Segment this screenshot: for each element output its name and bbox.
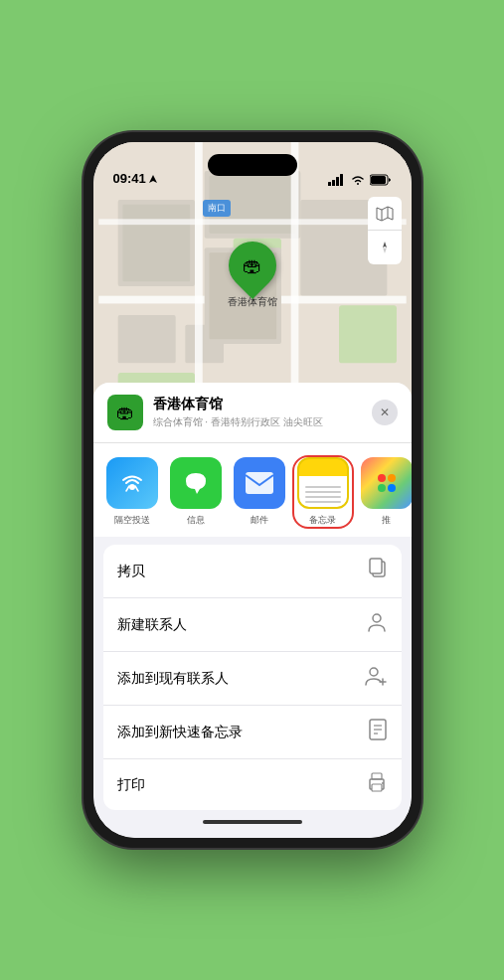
action-list: 拷贝 新建联系人 [103,545,402,810]
svg-rect-4 [340,174,343,186]
signal-icon [328,174,346,186]
dot-orange [388,474,396,482]
messages-icon [170,457,222,509]
venue-subtitle: 综合体育馆 · 香港特别行政区 油尖旺区 [153,415,362,429]
more-label: 推 [382,514,391,527]
share-more[interactable]: 推 [358,457,412,527]
phone-frame: 09:41 [84,132,421,848]
new-contact-icon [366,611,388,638]
more-dots [378,474,396,492]
svg-rect-39 [372,773,382,779]
notes-line-1 [305,486,341,488]
dot-row-1 [378,474,396,482]
location-button[interactable] [368,231,402,264]
action-new-contact[interactable]: 新建联系人 [103,598,402,652]
copy-icon [368,558,388,584]
phone-screen: 09:41 [93,142,412,838]
person-add-svg [364,665,388,687]
venue-card: 🏟 香港体育馆 综合体育馆 · 香港特别行政区 油尖旺区 ✕ [93,383,412,443]
venue-name: 香港体育馆 [153,396,362,413]
mail-icon [234,457,285,509]
print-label: 打印 [117,776,145,794]
svg-rect-40 [372,784,382,791]
venue-close-button[interactable]: ✕ [372,400,398,425]
mail-svg [244,470,275,496]
pin-emoji: 🏟 [243,254,262,277]
messages-label: 信息 [187,514,205,527]
share-messages[interactable]: 信息 [167,457,225,527]
notes-icon [297,457,349,509]
notes-label: 备忘录 [309,514,336,527]
dot-red [378,474,386,482]
share-airdrop[interactable]: 隔空投送 [103,457,161,527]
share-mail[interactable]: 邮件 [231,457,288,527]
action-add-notes[interactable]: 添加到新快速备忘录 [103,706,402,759]
notes-line-2 [305,491,341,493]
add-existing-label: 添加到现有联系人 [117,670,229,688]
wifi-icon [351,175,365,186]
map-label: 南口 [203,200,231,217]
copy-svg [368,558,388,579]
status-time: 09:41 [113,171,158,186]
printer-svg [366,772,388,792]
share-notes[interactable]: 备忘录 [294,457,352,527]
mail-label: 邮件 [251,514,268,527]
status-icons [328,174,392,186]
dot-green [378,484,386,492]
add-existing-icon [364,665,388,692]
print-icon [366,772,388,797]
svg-point-31 [370,668,378,676]
svg-point-41 [382,782,384,784]
note-svg [368,719,388,740]
venue-info: 香港体育馆 综合体育馆 · 香港特别行政区 油尖旺区 [153,396,362,429]
airdrop-icon [106,457,158,509]
svg-rect-13 [117,315,175,363]
svg-rect-29 [370,559,382,573]
svg-rect-3 [336,177,339,186]
map-label-text: 南口 [208,203,226,213]
svg-line-26 [135,486,138,491]
more-icon [361,457,412,509]
copy-label: 拷贝 [117,563,145,580]
home-bar [203,820,302,824]
airdrop-svg [118,469,146,497]
dot-blue [388,484,396,492]
location-arrow-icon [148,174,158,184]
svg-marker-0 [149,175,157,183]
map-controls [368,197,402,264]
svg-rect-9 [122,205,190,281]
add-notes-icon [368,719,388,745]
svg-point-24 [129,484,135,490]
action-copy[interactable]: 拷贝 [103,545,402,598]
new-contact-label: 新建联系人 [117,616,187,634]
dot-row-2 [378,484,396,492]
svg-rect-20 [339,305,397,363]
pin-circle: 🏟 [219,232,286,299]
svg-rect-18 [98,219,406,225]
location-pin: 🏟 香港体育馆 [228,242,277,309]
home-indicator [93,810,412,838]
svg-rect-6 [371,176,386,184]
map-view-button[interactable] [368,197,402,231]
svg-point-30 [373,614,381,622]
add-notes-label: 添加到新快速备忘录 [117,724,243,741]
share-row: 隔空投送 信息 [93,443,412,545]
svg-rect-27 [246,472,273,494]
notes-lines [305,486,341,503]
action-print[interactable]: 打印 [103,759,402,810]
time-display: 09:41 [113,171,146,186]
svg-rect-1 [328,182,331,186]
notes-line-4 [305,501,341,503]
compass-icon [377,240,393,255]
map-icon [376,206,394,222]
airdrop-label: 隔空投送 [114,514,150,527]
svg-rect-2 [332,180,335,186]
notes-line-3 [305,496,341,498]
dynamic-island [208,154,297,176]
battery-icon [370,174,392,186]
action-add-existing[interactable]: 添加到现有联系人 [103,652,402,706]
venue-icon: 🏟 [107,395,143,430]
messages-svg [181,468,211,498]
person-svg [366,611,388,633]
svg-line-25 [126,486,129,491]
